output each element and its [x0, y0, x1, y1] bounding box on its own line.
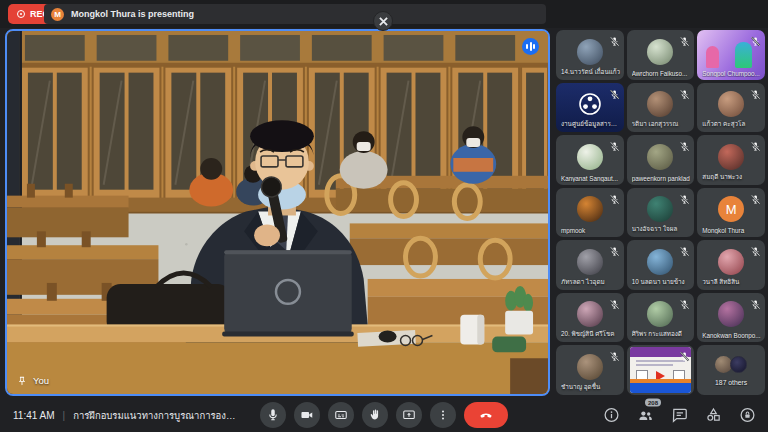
participant-avatar — [578, 92, 602, 116]
participant-name: Mongkol Thura — [702, 227, 762, 234]
participant-name: ศิริพร กระแสทองดี — [632, 329, 692, 339]
participant-avatar — [577, 354, 603, 380]
participant-tile[interactable]: ศิริพร กระแสทองดี — [627, 293, 695, 343]
mic-icon — [266, 408, 280, 422]
mic-off-icon — [750, 86, 761, 97]
mic-off-icon — [750, 296, 761, 307]
bottom-bar: 11:41 AM | การฝึกอบรมแนวทางการบูรณาการอง… — [0, 398, 768, 432]
mic-button[interactable] — [260, 402, 286, 428]
participant-tile[interactable]: M Mongkol Thura — [697, 188, 765, 238]
participant-name: รติมา เอกสุวรรณ — [632, 119, 692, 129]
participant-tile[interactable]: Kanokwan Boonpo... — [697, 293, 765, 343]
participant-tile[interactable]: รติมา เอกสุวรรณ — [627, 83, 695, 133]
participant-tile[interactable]: paweenkorn panklad — [627, 135, 695, 185]
participant-tile[interactable]: 14.นาวรัตน์ เถื่อนแก้ว — [556, 30, 624, 80]
participant-tile[interactable]: วนาลี สิทธิสิน — [697, 240, 765, 290]
participant-avatar — [577, 144, 603, 170]
participant-name: 10 นลดนา นายข้าง — [632, 277, 692, 287]
participant-tile[interactable]: สมฤดี นาพะวง — [697, 135, 765, 185]
participant-name: Songpol Chumpoo... — [702, 70, 762, 77]
participant-name: 187 others — [697, 379, 765, 386]
activities-button[interactable] — [705, 407, 722, 424]
participant-name: สมฤดี นาพะวง — [702, 172, 762, 182]
participant-tile[interactable]: mpmook — [556, 188, 624, 238]
participant-name: paweenkorn panklad — [632, 175, 692, 182]
participant-avatar — [647, 39, 673, 65]
meeting-title: การฝึกอบรมแนวทางการบูรณาการองค์ความรู้สู… — [73, 408, 241, 423]
virtual-bg-shape — [706, 46, 719, 68]
clock: 11:41 AM — [13, 410, 55, 421]
mic-off-icon — [679, 243, 690, 254]
participant-avatar — [647, 196, 673, 222]
participant-name: 20. พิชญ์สินี ศรีโชค — [561, 329, 621, 339]
camera-button[interactable] — [294, 402, 320, 428]
participant-avatar — [718, 144, 744, 170]
participant-avatar — [577, 301, 603, 327]
captions-button[interactable] — [328, 402, 354, 428]
info-button[interactable] — [603, 407, 620, 424]
participant-name: งานศูนย์ข้อมูลสารสน... — [561, 119, 621, 129]
participant-name: Awrchorn Faikuso... — [632, 70, 692, 77]
participant-tile[interactable]: นางอัจฉรา ใจผล — [627, 188, 695, 238]
participant-count-badge: 208 — [645, 399, 661, 407]
videocam-icon — [300, 408, 314, 422]
participant-avatar — [718, 91, 744, 117]
present-screen-icon — [402, 408, 416, 422]
raise-hand-button[interactable] — [362, 402, 388, 428]
mic-off-icon — [679, 296, 690, 307]
presenter-avatar: M — [51, 8, 64, 21]
participant-avatar — [647, 249, 673, 275]
mic-off-icon — [609, 191, 620, 202]
participant-avatar — [577, 196, 603, 222]
participant-avatar — [718, 249, 744, 275]
participant-avatar — [718, 301, 744, 327]
participant-tile[interactable]: Kanyanat Sangaut... — [556, 135, 624, 185]
record-icon — [17, 10, 25, 18]
chat-button[interactable] — [671, 407, 688, 424]
participant-tile[interactable]: 187 others — [697, 345, 765, 395]
info-icon — [603, 407, 620, 424]
close-presentation-button[interactable] — [373, 11, 393, 31]
host-controls-button[interactable] — [739, 407, 756, 424]
participant-tile[interactable]: 10 นลดนา นายข้าง — [627, 240, 695, 290]
pin-icon — [17, 376, 27, 386]
participant-tile[interactable]: 20. พิชญ์สินี ศรีโชค — [556, 293, 624, 343]
you-text: You — [33, 375, 49, 386]
end-call-icon — [479, 408, 493, 422]
participant-tile[interactable]: ภัทรลดา ไวอุดม — [556, 240, 624, 290]
people-button[interactable]: 208 — [637, 407, 654, 424]
obs-logo-icon — [578, 92, 602, 116]
participant-avatar — [647, 144, 673, 170]
end-call-button[interactable] — [464, 402, 508, 428]
mic-off-icon — [750, 33, 761, 44]
mic-off-icon — [609, 86, 620, 97]
presenting-text: Mongkol Thura is presenting — [71, 9, 194, 19]
participant-tile[interactable]: Awrchorn Faikuso... — [627, 30, 695, 80]
mic-off-icon — [609, 348, 620, 359]
mic-off-icon — [750, 138, 761, 149]
participant-avatar — [577, 249, 603, 275]
participant-name: 14.นาวรัตน์ เถื่อนแก้ว — [561, 67, 621, 77]
participants-grid: 14.นาวรัตน์ เถื่อนแก้ว Awrchorn Faikuso.… — [556, 30, 765, 395]
mic-off-icon — [750, 243, 761, 254]
panel-buttons: 208 — [603, 407, 756, 424]
participant-tile[interactable]: แก้วตา คะสุวโล — [697, 83, 765, 133]
more-options-icon — [436, 408, 450, 422]
host-controls-icon — [739, 407, 756, 424]
participant-name: mpmook — [561, 227, 621, 234]
participant-tile[interactable]: งานศูนย์ข้อมูลสารสน... — [556, 83, 624, 133]
main-video-tile[interactable]: You — [5, 29, 550, 396]
mic-off-icon — [679, 191, 690, 202]
participant-name: นางอัจฉรา ใจผล — [632, 224, 692, 234]
participant-tile[interactable]: ชำนาญ อุดชื่น — [556, 345, 624, 395]
participant-avatar — [647, 91, 673, 117]
meet-window: REC M Mongkol Thura is presenting — [0, 0, 768, 432]
self-view-label: You — [17, 375, 49, 386]
participant-name: ชำนาญ อุดชื่น — [561, 382, 621, 392]
participant-name: วนาลี สิทธิสิน — [702, 277, 762, 287]
present-button[interactable] — [396, 402, 422, 428]
participant-avatar — [647, 301, 673, 327]
more-options-button[interactable] — [430, 402, 456, 428]
participant-tile[interactable] — [627, 345, 695, 395]
participant-tile[interactable]: Songpol Chumpoo... — [697, 30, 765, 80]
